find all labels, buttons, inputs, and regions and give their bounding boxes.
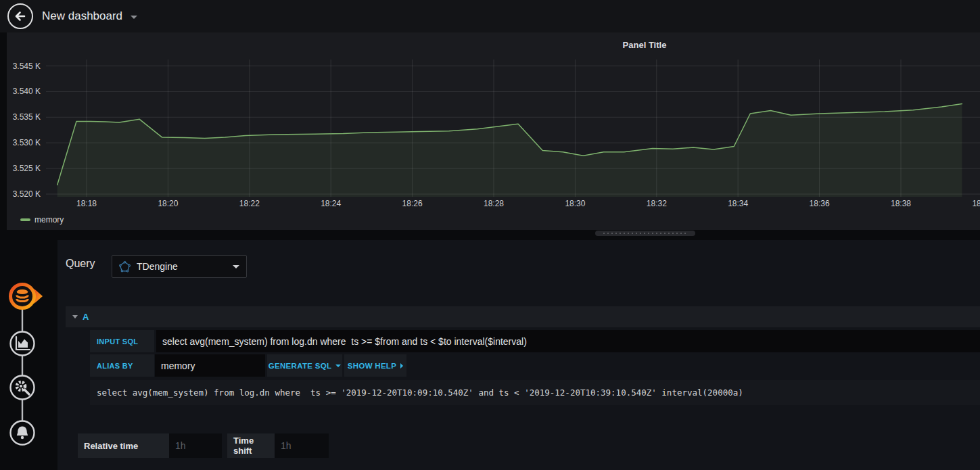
y-axis-tick-label: 3.530 K [13,138,41,147]
top-navbar: New dashboard [0,0,980,32]
tdengine-logo-icon [119,261,131,273]
arrow-left-icon [14,9,27,23]
x-axis-tick-label: 18:36 [810,199,830,208]
bell-icon [17,427,28,440]
wrench-icon [24,390,29,394]
x-axis-tick-label: 18:28 [484,199,504,208]
x-axis-tick-label: 18:38 [891,199,911,208]
dashboard-title[interactable]: New dashboard [42,0,122,32]
tab-queries[interactable] [11,285,43,308]
legend-color-dash [20,218,30,221]
panel-editor-tabs [0,274,54,470]
relative-time-input[interactable] [169,433,222,458]
time-shift-label: Time shift [227,433,275,458]
series-area [57,104,962,197]
input-sql-field[interactable] [156,330,980,352]
x-axis-tick-label: 18:30 [565,199,585,208]
x-axis-tick-label: 18:20 [158,199,178,208]
generate-sql-button[interactable]: GENERATE SQL [267,354,342,377]
legend-item-memory[interactable]: memory [20,215,64,225]
datasource-picker[interactable]: TDengine [112,255,247,278]
y-axis-tick-label: 3.525 K [13,164,41,173]
generated-sql-row: select avg(mem_system) from log.dn where… [90,380,980,405]
panel-title[interactable]: Panel Title [623,40,667,50]
graph-icon [16,337,30,350]
input-sql-label: INPUT SQL [90,330,154,352]
panel-resize-handle[interactable] [595,231,695,236]
chevron-down-icon[interactable] [131,16,137,19]
back-button[interactable] [7,3,33,29]
query-ref-collapse-row[interactable]: A [66,306,980,327]
generated-sql-text: select avg(mem_system) from log.dn where… [90,387,743,398]
collapse-caret-icon [72,315,78,319]
relative-time-label: Relative time [78,433,169,458]
gear-icon [17,382,29,394]
tab-alert[interactable] [11,421,34,445]
query-section-title: Query [66,258,95,270]
alias-by-label: ALIAS BY [90,354,154,377]
time-shift-input[interactable] [275,433,329,458]
chevron-right-icon [400,363,403,369]
query-ref-letter: A [83,312,89,322]
x-axis-tick-label: 18:22 [239,199,260,208]
query-editor-section: Query TDengine A INPUT SQL ALIAS BY GENE… [57,240,980,470]
drag-dots-icon [603,233,687,234]
x-axis-tick-label: 18:24 [321,199,341,208]
chevron-down-icon [335,365,341,367]
y-axis-tick-label: 3.535 K [13,112,41,122]
tab-visualization[interactable] [11,332,34,356]
datasource-name: TDengine [137,261,233,272]
legend-series-label: memory [34,215,64,225]
chevron-down-icon [233,265,239,268]
y-axis-tick-label: 3.520 K [13,189,41,199]
x-axis-tick-label: 18:26 [402,199,423,208]
timeseries-chart[interactable]: 18:1818:2018:2218:2418:2618:2818:3018:32… [7,32,980,230]
alias-by-field[interactable] [155,354,265,377]
x-axis-tick-label: 18:18 [76,199,97,208]
x-axis-tick-label: 18:34 [728,199,748,208]
graph-panel: 18:1818:2018:2218:2418:2618:2818:3018:32… [7,32,980,230]
tab-general[interactable] [11,376,34,400]
show-help-button[interactable]: SHOW HELP [344,354,406,377]
x-axis-tick-label: 18:40 [972,199,980,208]
y-axis-tick-label: 3.540 K [13,87,41,96]
y-axis-tick-label: 3.545 K [13,62,41,71]
x-axis-tick-label: 18:32 [647,199,667,208]
